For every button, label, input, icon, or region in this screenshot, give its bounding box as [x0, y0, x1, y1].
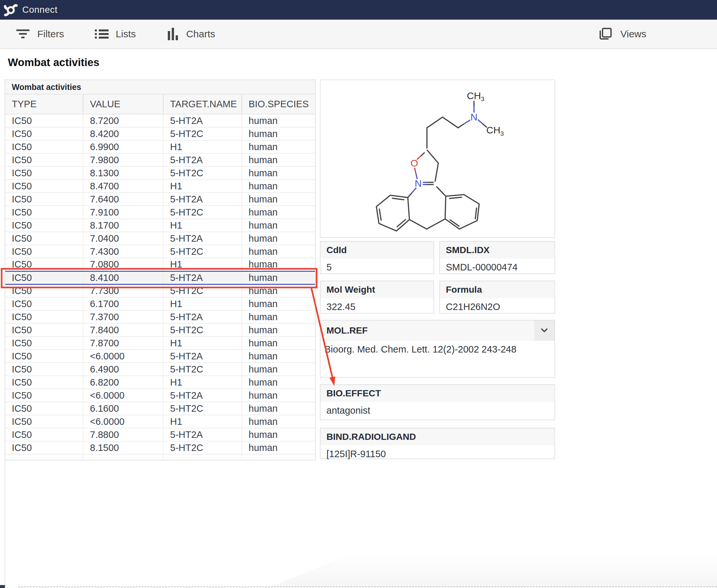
table-cell: H1: [163, 180, 242, 193]
table-cell: human: [242, 114, 315, 127]
mol-weight-value: 322.45: [320, 298, 434, 312]
table-row[interactable]: IC508.4700H1human: [5, 180, 315, 193]
lists-label: Lists: [116, 28, 136, 40]
column-header-value[interactable]: VALUE: [83, 94, 163, 114]
bottom-edge-line: [18, 586, 717, 587]
table-row[interactable]: IC506.1700H1human: [5, 297, 315, 310]
table-row[interactable]: IC507.64005-HT2Ahuman: [5, 193, 315, 206]
table-cell: 6.1600: [83, 402, 163, 415]
views-button[interactable]: Views: [597, 26, 646, 42]
table-row[interactable]: IC50<6.0000H1human: [5, 415, 315, 428]
table-cell: IC50: [5, 153, 83, 166]
mol-ref-label: MOL.REF: [326, 326, 368, 336]
table-cell: 7.6400: [83, 193, 163, 206]
table-row[interactable]: IC508.42005-HT2Chuman: [5, 127, 315, 140]
table-cell: 8.7200: [83, 114, 163, 127]
table-cell: [83, 454, 163, 460]
table-cell: 5-HT2A: [163, 428, 242, 441]
column-header-target-name[interactable]: TARGET.NAME: [163, 94, 242, 114]
table-row[interactable]: IC507.73005-HT2Chuman: [5, 284, 315, 297]
table-cell: IC50: [5, 350, 83, 363]
table-cell: 7.8400: [83, 323, 163, 337]
table-cell: IC50: [5, 114, 83, 127]
table-cell: IC50: [5, 193, 83, 206]
table-cell: 6.9900: [83, 140, 163, 153]
table-row[interactable]: IC507.43005-HT2Chuman: [5, 245, 315, 258]
table-cell: IC50: [5, 310, 83, 323]
table-cell: 5-HT2C: [163, 441, 242, 454]
table-row[interactable]: IC507.84005-HT2Chuman: [5, 323, 315, 337]
table-cell: H1: [163, 337, 242, 350]
column-header-bio-species[interactable]: BIO.SPECIES: [242, 94, 315, 114]
atom-n-amine-label: N: [470, 111, 478, 122]
table-cell: human: [242, 337, 315, 350]
table-cell: 5-HT2A: [163, 232, 242, 245]
table-row[interactable]: IC508.13005-HT2Chuman: [5, 166, 315, 180]
views-icon: [597, 26, 613, 42]
atom-n-ring-label: N: [415, 178, 422, 189]
table-row[interactable]: IC506.49005-HT2Chuman: [5, 363, 315, 376]
table-row[interactable]: IC506.16005-HT2Chuman: [5, 402, 315, 415]
table-cell: IC50: [5, 441, 83, 454]
table-cell: IC50: [5, 337, 83, 350]
table-row[interactable]: IC507.04005-HT2Ahuman: [5, 232, 315, 245]
table-row[interactable]: IC506.9900H1human: [5, 140, 315, 153]
table-cell: human: [242, 402, 315, 415]
table-row[interactable]: IC507.91005-HT2Chuman: [5, 206, 315, 219]
table-cell: 8.1500: [83, 441, 163, 454]
table-cell: IC50: [5, 297, 83, 310]
table-panel-title: Wombat activities: [5, 80, 315, 94]
column-header-type[interactable]: TYPE: [5, 94, 83, 114]
lists-button[interactable]: Lists: [94, 27, 136, 41]
mol-weight-label: Mol Weight: [320, 281, 434, 298]
table-cell: 5-HT2A: [163, 193, 242, 206]
views-label: Views: [620, 28, 646, 40]
methyl-right-label: CH3: [486, 125, 504, 137]
table-cell: H1: [163, 297, 242, 310]
table-row[interactable]: IC507.0800H1human: [5, 258, 315, 271]
table-row[interactable]: IC50<6.00005-HT2Ahuman: [5, 389, 315, 402]
table-cell: 8.1700: [83, 219, 163, 232]
table-cell: 5-HT2C: [163, 166, 242, 180]
charts-label: Charts: [186, 28, 215, 40]
table-cell: 5-HT2A: [163, 114, 242, 127]
table-row[interactable]: IC507.98005-HT2Ahuman: [5, 153, 315, 166]
charts-button[interactable]: Charts: [167, 27, 215, 41]
table-cell: human: [242, 363, 315, 376]
mol-ref-value: Bioorg. Med. Chem. Lett. 12(2)-2002 243-…: [320, 341, 554, 355]
table-cell: [5, 454, 83, 460]
methyl-top-label: CH3: [467, 90, 484, 103]
table-cell: 5-HT2C: [163, 402, 242, 415]
table-row[interactable]: IC508.1700H1human: [5, 219, 315, 232]
mol-ref-collapse-button[interactable]: [534, 320, 554, 341]
table-row[interactable]: IC507.37005-HT2Ahuman: [5, 310, 315, 323]
table-cell: 7.9800: [83, 153, 163, 166]
table-row[interactable]: IC508.41005-HT2Ahuman: [5, 271, 315, 284]
formula-value: C21H26N2O: [440, 298, 554, 312]
filters-button[interactable]: Filters: [16, 27, 64, 41]
table-row[interactable]: IC508.72005-HT2Ahuman: [5, 114, 315, 127]
table-cell: human: [242, 232, 315, 245]
bind-radioligand-value: [125I]R-91150: [320, 445, 554, 460]
formula-label: Formula: [440, 281, 554, 298]
table-cell: human: [242, 258, 315, 271]
table-row[interactable]: IC506.8200H1human: [5, 376, 315, 389]
table-cell: human: [242, 310, 315, 323]
table-cell: 6.4900: [83, 363, 163, 376]
table-cell: 5-HT2C: [163, 206, 242, 219]
table-cell: IC50: [5, 245, 83, 258]
table-cell: human: [242, 389, 315, 402]
table-cell: human: [242, 193, 315, 206]
table-row[interactable]: IC508.15005-HT2Chuman: [5, 441, 315, 454]
mol-weight-card: Mol Weight 322.45: [320, 280, 434, 314]
table-cell: H1: [163, 415, 242, 428]
mol-ref-card: MOL.REF Bioorg. Med. Chem. Lett. 12(2)-2…: [320, 320, 555, 378]
table-body: IC508.72005-HT2AhumanIC508.42005-HT2Chum…: [5, 114, 315, 460]
table-row[interactable]: IC507.88005-HT2Ahuman: [5, 428, 315, 441]
table-cell: IC50: [5, 232, 83, 245]
table-cell: IC50: [5, 206, 83, 219]
page-title: Wombat activities: [8, 56, 100, 69]
bind-radioligand-card: BIND.RADIOLIGAND [125I]R-91150: [320, 428, 555, 459]
table-row[interactable]: IC507.8700H1human: [5, 337, 315, 350]
table-row[interactable]: IC50<6.00005-HT2Ahuman: [5, 350, 315, 363]
